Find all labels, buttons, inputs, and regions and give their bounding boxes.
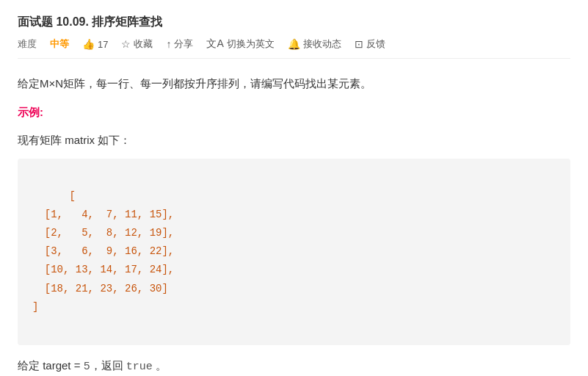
subscribe-button[interactable]: 🔔 接收动态 — [288, 37, 341, 51]
like-count: 17 — [98, 39, 108, 50]
switch-lang-label: 切换为英文 — [227, 37, 275, 51]
feedback-label: 反馈 — [366, 37, 385, 51]
title-row: 面试题 10.09. 排序矩阵查找 — [18, 15, 570, 30]
toolbar-row: 难度 中等 👍 17 ☆ 收藏 ↑ 分享 文A 切换为英文 🔔 接收动态 ⊡ 反… — [18, 37, 570, 59]
matrix-code-block: [ [1, 4, 7, 11, 15], [2, 5, 8, 12, 19], … — [18, 159, 570, 346]
share-label: 分享 — [174, 37, 193, 51]
content-body: 给定M×N矩阵，每一行、每一列都按升序排列，请编写代码找出某元素。 示例: 现有… — [18, 73, 570, 376]
difficulty-label: 难度 — [18, 37, 37, 51]
example-header: 示例: — [18, 102, 570, 123]
page-wrapper: 面试题 10.09. 排序矩阵查找 难度 中等 👍 17 ☆ 收藏 ↑ 分享 文… — [0, 0, 588, 376]
result1-text: 给定 target = 5，返回 true 。 — [18, 355, 570, 376]
matrix-code: [ [1, 4, 7, 11, 15], [2, 5, 8, 12, 19], … — [32, 190, 174, 313]
share-icon: ↑ — [166, 38, 171, 50]
feedback-button[interactable]: ⊡ 反馈 — [355, 37, 385, 51]
collect-label: 收藏 — [134, 37, 153, 51]
bell-icon: 🔔 — [288, 38, 300, 50]
translate-icon: 文A — [206, 37, 223, 51]
subscribe-label: 接收动态 — [303, 37, 341, 51]
star-icon: ☆ — [121, 38, 131, 50]
page-title: 面试题 10.09. 排序矩阵查找 — [18, 15, 162, 30]
difficulty-value: 中等 — [50, 37, 69, 51]
description-text: 给定M×N矩阵，每一行、每一列都按升序排列，请编写代码找出某元素。 — [18, 73, 570, 95]
share-button[interactable]: ↑ 分享 — [166, 37, 193, 51]
matrix-intro: 现有矩阵 matrix 如下： — [18, 130, 570, 151]
collect-button[interactable]: ☆ 收藏 — [121, 37, 153, 51]
like-button[interactable]: 👍 17 — [82, 38, 108, 50]
feedback-icon: ⊡ — [355, 38, 363, 50]
switch-lang-button[interactable]: 文A 切换为英文 — [206, 37, 274, 51]
like-icon: 👍 — [82, 38, 95, 50]
